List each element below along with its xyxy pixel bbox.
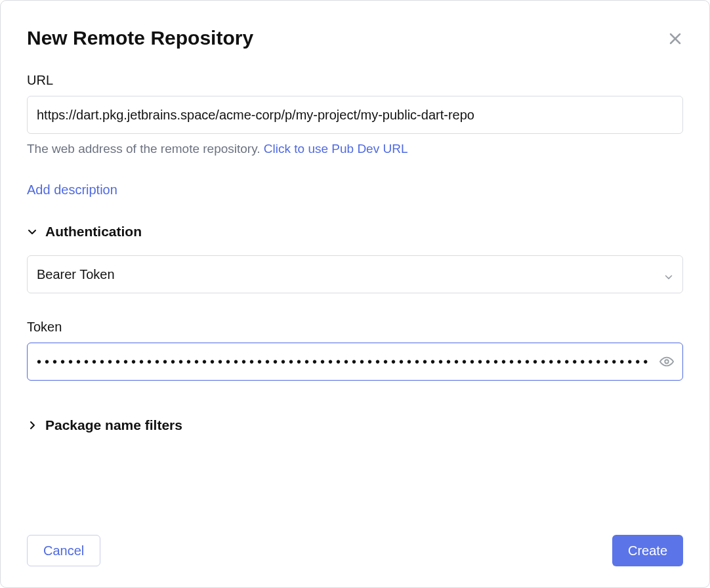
- chevron-down-icon: [27, 226, 37, 237]
- url-helper-prefix: The web address of the remote repository…: [27, 142, 264, 156]
- token-label: Token: [27, 320, 683, 335]
- use-pub-dev-url-link[interactable]: Click to use Pub Dev URL: [264, 142, 408, 156]
- add-description-link[interactable]: Add description: [27, 182, 683, 198]
- dialog-footer: Cancel Create: [27, 535, 683, 566]
- auth-type-selected: Bearer Token: [37, 267, 115, 282]
- url-input[interactable]: [27, 96, 683, 134]
- token-field-wrap: [27, 343, 683, 381]
- svg-point-2: [665, 360, 669, 364]
- dialog-header: New Remote Repository: [27, 27, 683, 49]
- dialog-title: New Remote Repository: [27, 27, 253, 49]
- package-filters-section-header[interactable]: Package name filters: [27, 417, 683, 433]
- authentication-section-header[interactable]: Authentication: [27, 224, 683, 240]
- package-filters-label: Package name filters: [45, 417, 182, 433]
- authentication-label: Authentication: [45, 224, 142, 240]
- url-label: URL: [27, 73, 683, 88]
- token-input[interactable]: [27, 343, 683, 381]
- url-helper-text: The web address of the remote repository…: [27, 142, 683, 156]
- chevron-down-icon: [664, 270, 673, 279]
- create-button[interactable]: Create: [612, 535, 683, 566]
- eye-icon[interactable]: [659, 354, 674, 369]
- close-icon[interactable]: [667, 31, 683, 47]
- auth-type-select[interactable]: Bearer Token: [27, 255, 683, 293]
- new-remote-repository-dialog: New Remote Repository URL The web addres…: [0, 0, 710, 588]
- chevron-right-icon: [27, 420, 37, 430]
- cancel-button[interactable]: Cancel: [27, 535, 100, 566]
